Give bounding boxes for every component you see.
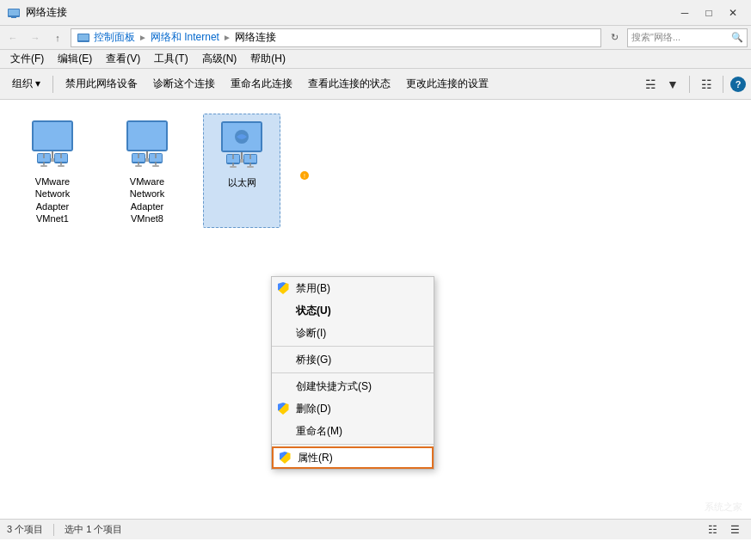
- path-part-3: 网络连接: [235, 30, 276, 45]
- view-status-button[interactable]: 查看此连接的状态: [301, 72, 397, 96]
- ctx-properties-label: 属性(R): [298, 451, 333, 465]
- ctx-sep-1: [272, 346, 434, 347]
- svg-rect-1: [9, 9, 19, 15]
- network-item-ethernet[interactable]: 以太网 !: [203, 114, 280, 228]
- svg-rect-30: [152, 165, 159, 167]
- ctx-rename-label: 重命名(M): [296, 424, 342, 439]
- watermark: 系统之家: [705, 501, 742, 514]
- network-item-vmnet8[interactable]: VMwareNetworkAdapterVMnet8: [108, 114, 186, 228]
- ctx-properties[interactable]: 属性(R): [272, 446, 434, 469]
- restore-button[interactable]: □: [698, 4, 720, 22]
- ctx-shortcut-label: 创建快捷方式(S): [296, 379, 372, 394]
- menu-edit[interactable]: 编辑(E): [51, 50, 99, 68]
- ctx-bridge[interactable]: 桥接(G): [272, 348, 434, 371]
- view-toggle-button[interactable]: ☵: [641, 75, 660, 94]
- ctx-status[interactable]: 状态(U): [272, 299, 434, 322]
- ctx-properties-shield: [279, 452, 291, 464]
- forward-button[interactable]: →: [26, 28, 45, 47]
- change-settings-button[interactable]: 更改此连接的设置: [399, 72, 496, 96]
- diagnose-button[interactable]: 诊断这个连接: [146, 72, 222, 96]
- view-controls: ☷ ☰: [703, 520, 744, 539]
- svg-rect-40: [230, 166, 237, 168]
- menu-file[interactable]: 文件(F): [3, 50, 51, 68]
- network-item-vmnet1[interactable]: VMwareNetworkAdapterVMnet1: [14, 114, 91, 228]
- ctx-shortcut[interactable]: 创建快捷方式(S): [272, 375, 434, 397]
- large-icon-button[interactable]: ☷: [697, 75, 716, 94]
- svg-rect-4: [78, 34, 89, 40]
- network-icon-vmnet8: [120, 117, 175, 172]
- svg-rect-2: [11, 16, 16, 18]
- search-icon: 🔍: [731, 32, 743, 43]
- svg-text:!: !: [304, 173, 305, 179]
- ctx-delete[interactable]: 删除(D): [272, 397, 434, 420]
- ctx-diagnose-label: 诊断(I): [296, 326, 326, 341]
- toolbar-separator-3: [723, 76, 723, 93]
- rename-button[interactable]: 重命名此连接: [224, 72, 299, 96]
- network-icon-vmnet1: [25, 117, 80, 172]
- toolbar: 组织 ▾ 禁用此网络设备 诊断这个连接 重命名此连接 查看此连接的状态 更改此连…: [0, 69, 751, 100]
- ctx-delete-label: 删除(D): [296, 402, 331, 416]
- toolbar-separator-1: [52, 76, 53, 93]
- window-title: 网络连接: [26, 5, 674, 20]
- search-box[interactable]: 搜索"网络... 🔍: [627, 28, 748, 47]
- status-separator: [53, 524, 54, 536]
- minimize-button[interactable]: ─: [674, 4, 696, 22]
- window-icon: [7, 6, 21, 20]
- title-bar: 网络连接 ─ □ ✕: [0, 0, 751, 26]
- address-bar: ← → ↑ 控制面板 ► 网络和 Internet ► 网络连接 ↻ 搜索"网络…: [0, 26, 751, 50]
- ctx-status-label: 状态(U): [296, 304, 331, 318]
- content-area: VMwareNetworkAdapterVMnet1: [0, 100, 751, 539]
- ctx-diagnose[interactable]: 诊断(I): [272, 322, 434, 344]
- context-menu: 禁用(B) 状态(U) 诊断(I) 桥接(G) 创建快捷方式(S) 删除(D) …: [271, 276, 434, 470]
- path-sep-1: ►: [139, 33, 147, 42]
- svg-rect-6: [34, 122, 71, 150]
- ctx-disable-label: 禁用(B): [296, 281, 330, 296]
- path-icon: [77, 31, 90, 45]
- menu-tools[interactable]: 工具(T): [147, 50, 194, 68]
- toolbar-separator-2: [689, 76, 690, 93]
- svg-rect-44: [247, 166, 254, 168]
- view-arrow-button[interactable]: ▼: [663, 75, 682, 94]
- path-part-2: 网络和 Internet: [151, 30, 219, 45]
- svg-rect-26: [135, 165, 142, 167]
- status-total: 3 个项目: [7, 523, 43, 536]
- ctx-sep-3: [272, 444, 434, 445]
- address-path[interactable]: 控制面板 ► 网络和 Internet ► 网络连接: [71, 28, 601, 47]
- refresh-button[interactable]: ↻: [605, 28, 624, 47]
- svg-rect-12: [40, 165, 47, 167]
- ctx-disable-shield: [277, 282, 289, 294]
- back-button[interactable]: ←: [3, 28, 22, 47]
- menu-view[interactable]: 查看(V): [99, 50, 147, 68]
- svg-rect-16: [58, 165, 65, 167]
- status-list-view[interactable]: ☰: [725, 520, 744, 539]
- status-selected: 选中 1 个项目: [65, 523, 122, 536]
- ctx-sep-2: [272, 372, 434, 373]
- menu-bar: 文件(F) 编辑(E) 查看(V) 工具(T) 高级(N) 帮助(H): [0, 50, 751, 69]
- search-placeholder: 搜索"网络...: [631, 31, 680, 44]
- menu-advanced[interactable]: 高级(N): [195, 50, 244, 68]
- ctx-delete-shield: [277, 403, 289, 415]
- organize-button[interactable]: 组织 ▾: [5, 72, 47, 96]
- disable-button[interactable]: 禁用此网络设备: [58, 72, 145, 96]
- toolbar-right: ☵ ▼ ☷ ?: [641, 75, 746, 94]
- status-bar: 3 个项目 选中 1 个项目 ☷ ☰: [0, 519, 751, 539]
- ctx-rename[interactable]: 重命名(M): [272, 420, 434, 442]
- window-controls: ─ □ ✕: [674, 4, 744, 22]
- menu-help[interactable]: 帮助(H): [243, 50, 292, 68]
- network-label-ethernet: 以太网: [228, 176, 256, 188]
- path-part-1: 控制面板: [94, 30, 135, 45]
- network-label-vmnet1: VMwareNetworkAdapterVMnet1: [35, 175, 70, 225]
- close-button[interactable]: ✕: [722, 4, 744, 22]
- ctx-bridge-label: 桥接(G): [296, 353, 331, 367]
- help-button[interactable]: ?: [730, 77, 746, 92]
- network-label-vmnet8: VMwareNetworkAdapterVMnet8: [130, 175, 164, 225]
- ctx-disable[interactable]: 禁用(B): [272, 277, 434, 299]
- network-icon-ethernet: [214, 118, 269, 173]
- up-button[interactable]: ↑: [48, 28, 67, 47]
- path-sep-2: ►: [223, 33, 231, 42]
- status-grid-view[interactable]: ☷: [703, 520, 722, 539]
- svg-rect-20: [128, 122, 166, 150]
